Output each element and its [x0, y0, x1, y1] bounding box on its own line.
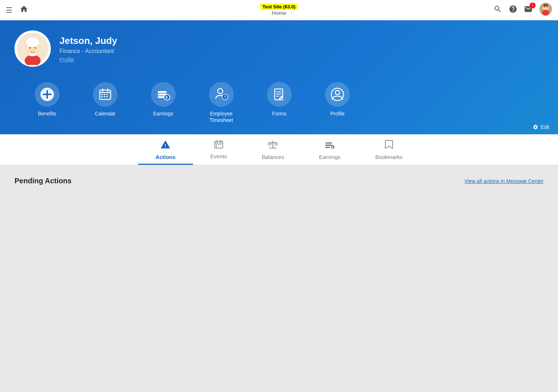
benefits-icon [35, 82, 60, 107]
svg-point-16 [34, 47, 36, 49]
tab-earnings[interactable]: $ Earnings [301, 134, 358, 165]
profile-label: Profile [330, 110, 345, 117]
topbar-center: Test Site (63.0) Home [260, 4, 298, 16]
timesheet-icon [209, 82, 234, 107]
svg-text:!: ! [165, 143, 166, 148]
hero-name: Jetson, Judy [60, 35, 117, 46]
home-page-label: Home [272, 10, 286, 16]
earnings-icon: $ [151, 82, 176, 107]
hero-banner: Jetson, Judy Finance - Accountant Profil… [0, 20, 558, 134]
svg-point-35 [218, 89, 223, 94]
svg-rect-54 [216, 146, 217, 147]
forms-icon [267, 82, 292, 107]
quick-link-benefits[interactable]: Benefits [18, 78, 76, 127]
svg-rect-28 [104, 96, 105, 97]
mail-icon[interactable]: 1 [524, 5, 533, 16]
home-icon[interactable] [20, 5, 28, 16]
earnings-label: Earnings [153, 110, 173, 117]
pending-actions-title: Pending Actions [15, 177, 71, 185]
tab-actions[interactable]: ! Actions [138, 134, 193, 165]
test-site-badge: Test Site (63.0) [260, 4, 298, 10]
pending-header: Pending Actions View all actions in Mess… [15, 177, 543, 185]
calendar-icon [93, 82, 118, 107]
tab-bookmarks[interactable]: Bookmarks [358, 134, 420, 165]
quick-link-profile[interactable]: Profile [308, 78, 366, 127]
hamburger-icon[interactable]: ☰ [6, 6, 12, 15]
svg-point-61 [275, 143, 278, 145]
tab-actions-label: Actions [156, 154, 176, 160]
calendar-label: Calendar [95, 110, 116, 117]
svg-rect-24 [101, 94, 103, 95]
svg-rect-27 [101, 96, 103, 97]
quick-link-earnings[interactable]: $ Earnings [134, 78, 192, 127]
search-icon[interactable] [493, 5, 502, 16]
balances-scale-icon [268, 139, 278, 152]
avatar [15, 30, 51, 67]
benefits-label: Benefits [38, 110, 57, 117]
tab-events-label: Events [210, 153, 227, 159]
svg-rect-51 [216, 144, 217, 145]
svg-point-15 [29, 47, 31, 49]
help-icon[interactable] [509, 5, 517, 16]
tab-bookmarks-label: Bookmarks [375, 154, 402, 160]
edit-button[interactable]: Edit [533, 124, 549, 130]
svg-rect-25 [104, 94, 105, 95]
quick-link-forms[interactable]: Forms [250, 78, 308, 127]
hero-profile-link[interactable]: Profile [60, 57, 117, 62]
edit-label: Edit [541, 124, 549, 130]
svg-rect-52 [218, 144, 219, 145]
view-all-link[interactable]: View all actions in Message Center [464, 178, 543, 184]
quick-links: Benefits Calendar [15, 78, 543, 127]
timesheet-label: Employee Timesheet [210, 110, 233, 123]
mail-badge: 1 [530, 3, 536, 8]
topbar-left: ☰ [6, 5, 28, 16]
tab-balances[interactable]: Balances [244, 134, 301, 165]
hero-info: Jetson, Judy Finance - Accountant Profil… [60, 35, 117, 62]
hero-top: Jetson, Judy Finance - Accountant Profil… [15, 30, 543, 67]
quick-link-calendar[interactable]: Calendar [76, 78, 134, 127]
hero-title: Finance - Accountant [60, 48, 117, 54]
tab-earnings-label: Earnings [319, 154, 340, 160]
svg-point-18 [29, 53, 36, 56]
profile-icon [325, 82, 350, 107]
svg-text:$: $ [332, 146, 333, 149]
forms-label: Forms [272, 110, 287, 117]
gear-icon [533, 124, 538, 130]
bookmarks-icon [384, 139, 394, 152]
svg-rect-29 [106, 96, 108, 97]
svg-text:$: $ [165, 95, 168, 99]
svg-point-6 [543, 4, 548, 7]
svg-point-17 [32, 49, 33, 50]
topbar: ☰ Test Site (63.0) Home 1 [0, 0, 558, 20]
svg-rect-26 [106, 94, 108, 95]
content-area: Pending Actions View all actions in Mess… [0, 165, 558, 347]
tab-balances-label: Balances [262, 154, 284, 160]
svg-rect-65 [325, 144, 332, 146]
svg-point-60 [268, 143, 271, 145]
svg-rect-64 [325, 142, 332, 144]
svg-point-44 [335, 90, 340, 95]
svg-rect-30 [158, 91, 167, 93]
topbar-right: 1 [493, 3, 552, 18]
svg-point-12 [28, 37, 37, 43]
svg-rect-53 [220, 144, 221, 145]
tabs-bar: ! Actions Events [0, 134, 558, 165]
actions-warning-icon: ! [160, 139, 171, 152]
tab-events[interactable]: Events [193, 134, 245, 165]
quick-link-employee-timesheet[interactable]: Employee Timesheet [192, 78, 250, 127]
svg-rect-66 [325, 147, 330, 148]
user-avatar-icon[interactable] [539, 3, 552, 18]
events-calendar-icon [214, 139, 223, 151]
earnings-tab-icon: $ [325, 139, 335, 152]
svg-point-2 [542, 10, 549, 16]
